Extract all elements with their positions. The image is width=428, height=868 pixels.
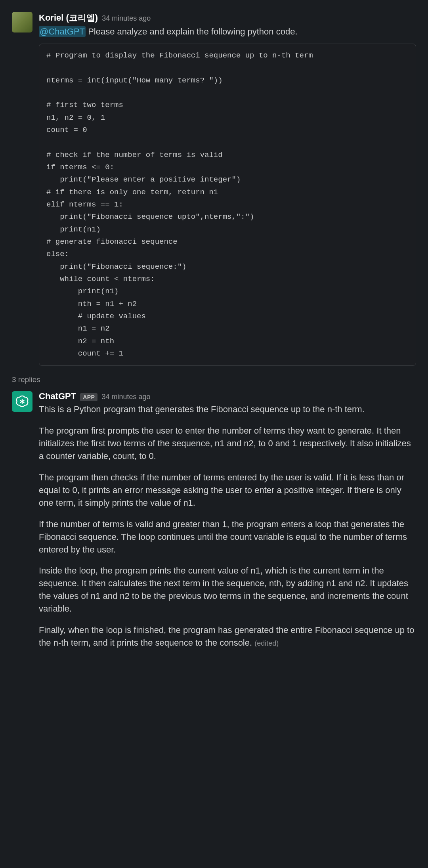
message-text-content: Please analyze and explain the following… — [86, 27, 297, 36]
reply-paragraph: If the number of terms is valid and grea… — [39, 518, 416, 556]
app-badge: APP — [80, 393, 97, 401]
message-koriel: Koriel (코리엘) 34 minutes ago @ChatGPT Ple… — [12, 12, 416, 366]
message-body: ChatGPT APP 34 minutes ago This is a Pyt… — [39, 391, 416, 649]
message-body: Koriel (코리엘) 34 minutes ago @ChatGPT Ple… — [39, 12, 416, 366]
reply-paragraph: The program first prompts the user to en… — [39, 424, 416, 463]
reply-paragraph: Finally, when the loop is finished, the … — [39, 624, 416, 649]
avatar-koriel[interactable] — [12, 12, 32, 33]
code-block: # Program to display the Fibonacci seque… — [39, 44, 416, 366]
reply-paragraph: This is a Python program that generates … — [39, 403, 416, 416]
username[interactable]: Koriel (코리엘) — [39, 12, 98, 24]
replies-count: 3 replies — [12, 375, 40, 384]
reply-paragraph: The program then checks if the number of… — [39, 471, 416, 509]
edited-label: (edited) — [254, 639, 279, 647]
message-chatgpt: ChatGPT APP 34 minutes ago This is a Pyt… — [12, 391, 416, 649]
username[interactable]: ChatGPT — [39, 391, 76, 401]
reply-paragraph-text: Finally, when the loop is finished, the … — [39, 625, 414, 648]
message-header: ChatGPT APP 34 minutes ago — [39, 391, 416, 401]
mention-chatgpt[interactable]: @ChatGPT — [39, 26, 86, 37]
message-text: @ChatGPT Please analyze and explain the … — [39, 25, 416, 38]
reply-paragraph: Inside the loop, the program prints the … — [39, 564, 416, 615]
timestamp[interactable]: 34 minutes ago — [101, 393, 150, 401]
message-header: Koriel (코리엘) 34 minutes ago — [39, 12, 416, 24]
replies-divider: 3 replies — [12, 375, 416, 384]
avatar-chatgpt[interactable] — [12, 391, 32, 412]
divider-line — [48, 380, 416, 380]
openai-logo-icon — [15, 394, 29, 409]
reply-text: This is a Python program that generates … — [39, 403, 416, 649]
timestamp[interactable]: 34 minutes ago — [102, 14, 151, 23]
